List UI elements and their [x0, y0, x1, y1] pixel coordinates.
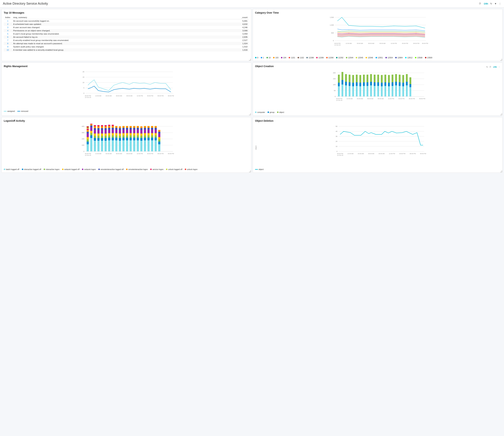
legend-label: 12292	[338, 56, 343, 59]
svg-text:06:00 AM: 06:00 AM	[368, 153, 374, 154]
header-controls: ⏱ -24h ↻ ▼ ⋮	[479, 2, 501, 5]
svg-text:10: 10	[335, 146, 337, 147]
svg-rect-289	[155, 130, 157, 133]
legend-label: 12288	[308, 56, 314, 59]
svg-rect-257	[140, 141, 143, 151]
obj-deletion-chart-area: object 50 40 30 20 10 0 09:00 PM 13 Oct …	[255, 124, 500, 167]
svg-rect-297	[158, 132, 161, 133]
top-messages-panel: Top 10 Messages Index msg_summary _count…	[1, 9, 251, 61]
svg-rect-143	[87, 142, 89, 144]
svg-text:5: 5	[83, 87, 84, 89]
svg-rect-209	[115, 138, 117, 140]
svg-rect-85	[370, 85, 372, 96]
svg-rect-240	[130, 130, 132, 133]
page-title: Active Directory Service Activity	[3, 2, 48, 6]
svg-rect-223	[123, 138, 125, 140]
dashboard: Top 10 Messages Index msg_summary _count…	[0, 8, 504, 174]
legend-label: assigned	[7, 110, 15, 112]
top-messages-table: Index msg_summary _count 1 An account wa…	[4, 16, 249, 52]
refresh-icon[interactable]: ↻	[490, 2, 492, 5]
svg-rect-98	[385, 82, 386, 86]
resize-handle[interactable]	[500, 113, 502, 115]
svg-text:150: 150	[333, 78, 335, 80]
svg-rect-208	[115, 140, 117, 151]
svg-text:0: 0	[336, 150, 337, 152]
legend-color	[62, 169, 63, 170]
rights-chart-area: 20 15 10 5 0 09:00 PM 13 Oct 20 12:00 AM…	[4, 69, 249, 109]
svg-rect-190	[105, 126, 107, 128]
resize-handle[interactable]	[500, 59, 502, 61]
svg-text:09:00 AM: 09:00 AM	[126, 95, 133, 97]
resize-handle[interactable]	[249, 113, 251, 115]
y-axis-label: object	[255, 146, 257, 150]
legend-color	[336, 57, 337, 58]
svg-rect-295	[158, 137, 161, 139]
svg-rect-195	[108, 133, 110, 136]
svg-rect-120	[410, 77, 411, 84]
svg-rect-99	[385, 75, 386, 82]
legend-item: 12812	[405, 56, 413, 59]
svg-rect-171	[98, 133, 100, 136]
svg-rect-199	[108, 125, 110, 126]
resize-handle[interactable]	[500, 170, 502, 172]
row-msg: A security-enabled local group membershi…	[12, 39, 238, 42]
svg-text:100: 100	[81, 144, 84, 146]
legend-item: removed	[17, 110, 28, 112]
clock-icon: ⏱	[479, 2, 481, 5]
menu-icon[interactable]: ⋮	[498, 66, 500, 68]
time-range[interactable]: -24h	[483, 2, 488, 5]
resize-handle[interactable]	[249, 170, 251, 172]
legend-label: group	[270, 111, 275, 113]
legend-label: 1102	[300, 56, 304, 59]
col-count: _count	[238, 16, 249, 19]
svg-rect-185	[105, 138, 107, 141]
time-range[interactable]: -24h	[493, 66, 497, 68]
svg-rect-157	[90, 125, 92, 127]
menu-icon[interactable]: ⋮	[499, 2, 501, 5]
svg-rect-73	[356, 86, 358, 96]
svg-rect-193	[108, 138, 110, 140]
legend-item: 12292	[336, 56, 343, 59]
svg-rect-186	[105, 136, 107, 138]
svg-rect-156	[90, 127, 92, 131]
svg-rect-155	[90, 131, 92, 133]
legend-item: remoteinteractive logged off	[98, 168, 124, 170]
svg-text:40: 40	[335, 130, 337, 132]
svg-rect-231	[126, 136, 128, 138]
object-deletion-panel: Object Deletion object 50 40 30 20 10 0 …	[253, 117, 503, 173]
svg-rect-254	[137, 130, 139, 133]
svg-rect-103	[392, 86, 394, 96]
row-index: 3	[4, 26, 12, 29]
svg-rect-243	[133, 140, 135, 151]
legend-label: remoteinteractive logon	[128, 168, 148, 170]
object-creation-header: Object Creation ↻ ⏱ -24h ⋮	[255, 65, 500, 69]
svg-rect-74	[356, 82, 358, 86]
category-over-time-panel: Category Over Time 1,500 1,000 500 0 09:…	[253, 9, 503, 61]
svg-text:03:00 AM: 03:00 AM	[357, 43, 363, 44]
svg-rect-92	[377, 82, 379, 86]
svg-text:13 Oct 20: 13 Oct 20	[337, 154, 343, 156]
refresh-icon[interactable]: ↻	[486, 66, 488, 68]
svg-rect-269	[144, 128, 146, 130]
table-row: 8 An attempt was made to reset an accoun…	[4, 42, 249, 45]
legend-item: 12289	[316, 56, 324, 59]
resize-handle[interactable]	[249, 59, 251, 61]
legend-color	[44, 169, 45, 170]
svg-text:09:00 AM: 09:00 AM	[378, 98, 384, 100]
legend-color	[267, 57, 268, 58]
legend-label: 12546	[368, 56, 373, 59]
legend-color	[4, 111, 7, 111]
row-index: 7	[4, 39, 12, 42]
legend-color	[395, 57, 397, 58]
svg-rect-267	[144, 133, 146, 136]
svg-rect-113	[402, 83, 404, 86]
svg-text:09:00 PM: 09:00 PM	[334, 43, 341, 44]
legend-item: 13569	[425, 56, 432, 59]
svg-rect-60	[338, 75, 340, 83]
legend-label: network logon	[84, 168, 96, 170]
svg-rect-278	[151, 140, 153, 151]
filter-icon[interactable]: ▼	[494, 2, 497, 5]
svg-text:15: 15	[82, 76, 84, 78]
svg-rect-266	[144, 136, 146, 138]
svg-text:06:00 AM: 06:00 AM	[116, 153, 122, 154]
